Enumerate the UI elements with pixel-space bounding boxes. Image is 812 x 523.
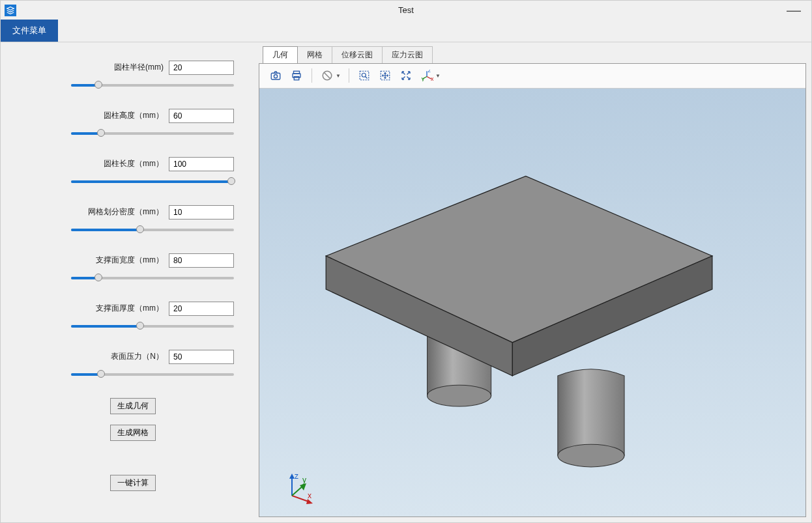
tab-geometry[interactable]: 几何 [263,46,298,63]
sidebar: 圆柱半径(mm) 圆柱高度（mm） [6,48,254,517]
param-height-slider[interactable] [32,128,234,139]
disable-dropdown[interactable]: ▼ [317,66,343,85]
tabs: 几何 网格 位移云图 应力云图 [259,48,806,63]
3d-viewport[interactable]: z x y [259,89,805,516]
param-height: 圆柱高度（mm） [32,109,234,139]
view-toolbar: ▼ zxy ▼ [259,64,805,89]
window-title: Test [398,5,414,15]
caret-down-icon: ▼ [336,73,343,79]
param-sup-w-input[interactable] [169,253,234,268]
svg-point-12 [428,385,491,406]
param-pressure-slider[interactable] [32,369,234,380]
param-radius-input[interactable] [169,61,234,75]
param-sup-w: 支撑面宽度（mm） [32,253,234,283]
screenshot-icon[interactable] [266,66,285,85]
tab-stress[interactable]: 应力云图 [382,46,433,63]
view-area: 几何 网格 位移云图 应力云图 [259,48,806,517]
param-radius: 圆柱半径(mm) [32,61,234,91]
button-group: 生成几何 生成网格 一键计算 [32,398,234,491]
param-mesh-slider[interactable] [32,225,234,235]
param-pressure-label: 表面压力（N） [111,351,164,362]
svg-rect-6 [360,72,369,81]
param-pressure: 表面压力（N） [32,350,234,380]
param-sup-t-slider[interactable] [32,321,234,332]
svg-marker-18 [289,474,295,479]
model-render [259,89,805,516]
param-height-label: 圆柱高度（mm） [104,110,164,121]
svg-text:z: z [428,70,431,74]
zoom-area-icon[interactable] [355,66,374,85]
param-radius-label: 圆柱半径(mm) [114,62,164,73]
param-mesh-input[interactable] [169,205,234,219]
param-mesh: 网格划分密度（mm） [32,205,234,235]
param-sup-t-label: 支撑面厚度（mm） [96,303,164,314]
disable-icon [317,66,337,85]
param-mesh-label: 网格划分密度（mm） [88,206,164,218]
param-length-input[interactable] [169,157,234,171]
pan-icon[interactable] [375,66,395,85]
svg-text:x: x [308,491,312,500]
param-sup-t-input[interactable] [169,302,234,316]
param-radius-slider[interactable] [32,80,234,91]
svg-text:x: x [431,76,433,82]
slab [326,176,712,376]
param-length-slider[interactable] [32,177,234,187]
content: 圆柱半径(mm) 圆柱高度（mm） [1,42,811,522]
param-sup-w-slider[interactable] [32,273,234,283]
param-height-input[interactable] [169,109,234,123]
param-length: 圆柱长度（mm） [32,157,234,187]
titlebar: Test — [1,1,811,20]
axes-dropdown[interactable]: zxy ▼ [417,66,443,85]
param-sup-t: 支撑面厚度（mm） [32,302,234,332]
fit-icon[interactable] [396,66,416,85]
minimize-button[interactable]: — [780,6,807,15]
param-sup-w-label: 支撑面宽度（mm） [96,255,164,266]
svg-rect-0 [271,74,280,80]
tab-displacement[interactable]: 位移云图 [332,46,383,63]
view-panel: ▼ zxy ▼ [259,63,806,517]
axes-icon: zxy [417,66,437,85]
svg-point-1 [274,75,277,78]
generate-mesh-button[interactable]: 生成网格 [110,425,156,441]
svg-point-7 [362,74,366,78]
svg-rect-4 [294,77,299,80]
svg-text:y: y [422,76,425,82]
app-icon [5,5,16,16]
cylinder-right [558,369,624,467]
file-menu[interactable]: 文件菜单 [1,20,58,42]
svg-point-13 [558,444,624,467]
svg-text:y: y [302,475,306,485]
axis-triad: z x y [283,472,309,498]
print-icon[interactable] [287,66,306,85]
generate-geometry-button[interactable]: 生成几何 [110,398,156,414]
app-window: Test — 文件菜单 圆柱半径(mm) 圆柱高度（mm） [0,0,812,523]
svg-text:z: z [295,472,298,481]
svg-marker-14 [326,176,712,342]
param-pressure-input[interactable] [169,350,234,364]
calculate-button[interactable]: 一键计算 [110,475,156,491]
menubar: 文件菜单 [1,20,811,42]
param-length-label: 圆柱长度（mm） [104,158,164,169]
caret-down-icon: ▼ [435,73,443,79]
tab-mesh[interactable]: 网格 [297,46,332,63]
